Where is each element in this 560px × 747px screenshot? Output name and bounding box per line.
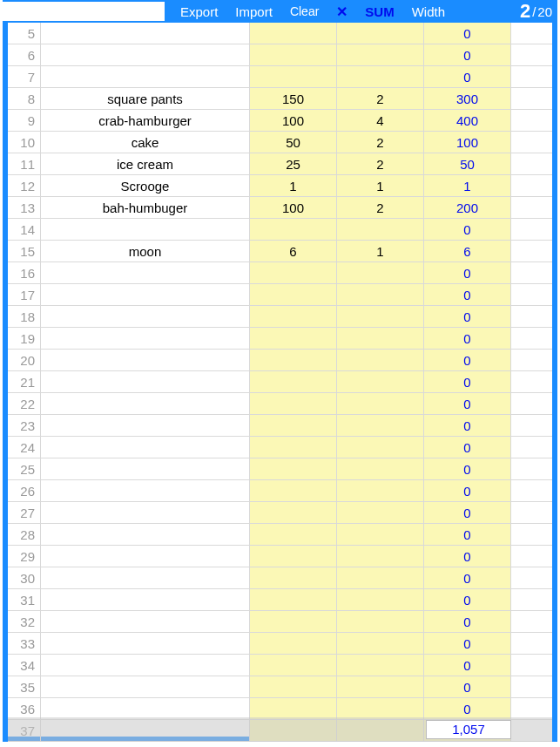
cell-value-a[interactable] <box>250 589 337 610</box>
cell-value-a[interactable]: 25 <box>250 153 337 174</box>
row-header[interactable]: 27 <box>8 502 41 523</box>
cell-value-b[interactable]: 1 <box>337 175 424 196</box>
clear-button[interactable]: Clear <box>281 4 327 18</box>
cell-name[interactable] <box>41 437 250 458</box>
cell-value-a[interactable]: 100 <box>250 197 337 218</box>
cell-result[interactable]: 300 <box>424 88 511 109</box>
cell-name[interactable] <box>41 633 250 654</box>
row-header[interactable]: 31 <box>8 589 41 610</box>
cell-result[interactable]: 0 <box>424 698 511 719</box>
cell-result[interactable]: 0 <box>424 524 511 545</box>
cell-value-b[interactable]: 1 <box>337 241 424 261</box>
cell-value-b[interactable] <box>337 567 424 588</box>
cell-result[interactable]: 100 <box>424 132 511 153</box>
cell-name[interactable] <box>41 502 250 523</box>
cell-value-b[interactable] <box>337 306 424 327</box>
sum-button[interactable]: SUM <box>356 4 402 19</box>
cell-value-a[interactable]: 6 <box>250 241 337 261</box>
cell-name[interactable] <box>41 567 250 588</box>
row-header[interactable]: 20 <box>8 350 41 370</box>
cell-value-b[interactable] <box>337 437 424 458</box>
cell-value-a[interactable] <box>250 23 337 44</box>
cell-value-a[interactable] <box>250 306 337 327</box>
cell-value-a[interactable] <box>250 66 337 87</box>
cell-value-b[interactable] <box>337 611 424 632</box>
row-header[interactable]: 14 <box>8 219 41 240</box>
cell-name[interactable] <box>41 676 250 697</box>
cell-value-b[interactable] <box>337 676 424 697</box>
cell-result[interactable]: 0 <box>424 328 511 349</box>
row-header[interactable]: 15 <box>8 241 41 261</box>
cell-result[interactable]: 0 <box>424 437 511 458</box>
row-header[interactable]: 37 <box>8 720 41 741</box>
cell-value-b[interactable] <box>337 393 424 414</box>
cell-name[interactable] <box>41 524 250 545</box>
cell-result[interactable]: 0 <box>424 262 511 283</box>
cell-value-b[interactable] <box>337 44 424 65</box>
cell-name[interactable] <box>41 371 250 392</box>
sum-total-box[interactable]: 1,057 <box>426 720 511 739</box>
cell-value-a[interactable]: 100 <box>250 110 337 131</box>
cell-result[interactable]: 0 <box>424 567 511 588</box>
cell-result[interactable]: 0 <box>424 306 511 327</box>
row-header[interactable]: 22 <box>8 393 41 414</box>
cell-result[interactable]: 0 <box>424 502 511 523</box>
row-header[interactable]: 7 <box>8 66 41 87</box>
cell-value-a[interactable] <box>250 328 337 349</box>
row-header[interactable]: 32 <box>8 611 41 632</box>
cell-name[interactable] <box>41 44 250 65</box>
formula-input[interactable] <box>3 2 165 21</box>
cell-result[interactable]: 0 <box>424 480 511 501</box>
cell-value-b[interactable] <box>337 350 424 370</box>
row-header[interactable]: 11 <box>8 153 41 174</box>
cell-value-b[interactable] <box>337 720 424 741</box>
row-header[interactable]: 12 <box>8 175 41 196</box>
cell-result[interactable]: 0 <box>424 219 511 240</box>
cell-value-b[interactable] <box>337 633 424 654</box>
cell-value-b[interactable] <box>337 328 424 349</box>
cell-name[interactable] <box>41 66 250 87</box>
cell-result[interactable]: 6 <box>424 241 511 261</box>
row-header[interactable]: 23 <box>8 415 41 436</box>
import-button[interactable]: Import <box>226 4 281 19</box>
cell-value-a[interactable] <box>250 393 337 414</box>
cell-result[interactable]: 0 <box>424 284 511 305</box>
cell-value-b[interactable] <box>337 546 424 567</box>
cell-value-b[interactable] <box>337 589 424 610</box>
cell-value-a[interactable]: 150 <box>250 88 337 109</box>
cell-name[interactable]: ice cream <box>41 153 250 174</box>
cell-name[interactable]: square pants <box>41 88 250 109</box>
row-header[interactable]: 30 <box>8 567 41 588</box>
cell-result[interactable]: 0 <box>424 458 511 479</box>
cell-name[interactable] <box>41 589 250 610</box>
cell-value-a[interactable]: 50 <box>250 132 337 153</box>
cell-value-a[interactable] <box>250 219 337 240</box>
cell-result[interactable]: 0 <box>424 393 511 414</box>
cell-value-a[interactable] <box>250 415 337 436</box>
cell-value-a[interactable] <box>250 350 337 370</box>
cell-name[interactable] <box>41 458 250 479</box>
cell-result[interactable]: 0 <box>424 371 511 392</box>
row-header[interactable]: 10 <box>8 132 41 153</box>
cell-result[interactable]: 1 <box>424 175 511 196</box>
cell-name[interactable]: bah-humbuger <box>41 197 250 218</box>
cell-value-b[interactable]: 2 <box>337 88 424 109</box>
row-header[interactable]: 34 <box>8 655 41 676</box>
cell-value-b[interactable] <box>337 66 424 87</box>
cell-value-a[interactable]: 1 <box>250 175 337 196</box>
cell-value-a[interactable] <box>250 437 337 458</box>
row-header[interactable]: 21 <box>8 371 41 392</box>
row-header[interactable]: 33 <box>8 633 41 654</box>
cell-result[interactable]: 0 <box>424 44 511 65</box>
cell-value-a[interactable] <box>250 633 337 654</box>
cell-value-a[interactable] <box>250 655 337 676</box>
row-header[interactable]: 5 <box>8 23 41 44</box>
cell-name[interactable] <box>41 393 250 414</box>
cell-result[interactable]: 0 <box>424 633 511 654</box>
cell-result[interactable]: 0 <box>424 676 511 697</box>
cell-name[interactable]: moon <box>41 241 250 261</box>
cell-result[interactable]: 0 <box>424 546 511 567</box>
row-header[interactable]: 24 <box>8 437 41 458</box>
multiply-icon[interactable]: ✕ <box>327 3 356 20</box>
cell-value-b[interactable] <box>337 655 424 676</box>
